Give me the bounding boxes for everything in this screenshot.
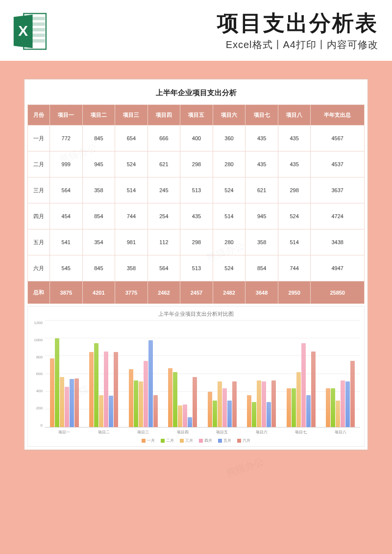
bar: [218, 381, 222, 427]
cell: 254: [147, 203, 180, 229]
bar: [173, 372, 177, 427]
row-label: 二月: [28, 151, 50, 177]
bar: [252, 402, 256, 427]
sheet-container: 上半年企业项目支出分析 月份项目一项目二项目三项目四项目五项目六项目七项目八半年…: [0, 61, 392, 451]
page-title: 项目支出分析表: [58, 11, 378, 35]
bar: [341, 380, 345, 427]
cell: 358: [82, 177, 115, 203]
cell: 564: [50, 177, 83, 203]
spreadsheet: 上半年企业项目支出分析 月份项目一项目二项目三项目四项目五项目六项目七项目八半年…: [24, 78, 368, 451]
sheet-title: 上半年企业项目支出分析: [27, 82, 365, 104]
legend-item: 六月: [237, 438, 250, 443]
column-header: 项目一: [50, 105, 83, 126]
y-axis: 020040060080010001200: [32, 321, 45, 428]
cell: 435: [245, 126, 278, 151]
cell: 666: [147, 126, 180, 151]
legend-label: 五月: [223, 438, 231, 443]
bar: [94, 343, 98, 427]
legend-item: 四月: [199, 438, 212, 443]
bar: [331, 388, 335, 427]
cell: 4724: [311, 203, 365, 229]
legend-swatch: [142, 439, 146, 443]
x-tick-label: 项目六: [242, 428, 282, 435]
cell: 845: [82, 255, 115, 281]
cell: 354: [82, 229, 115, 255]
cell: 945: [82, 151, 115, 177]
cell: 845: [82, 126, 115, 151]
cell: 981: [115, 229, 148, 255]
cell: 112: [147, 229, 180, 255]
column-header: 项目五: [180, 105, 213, 126]
bar: [139, 381, 143, 427]
cell: 4537: [311, 151, 365, 177]
cell: 280: [213, 229, 245, 255]
bar: [70, 379, 74, 427]
cell: 514: [213, 203, 245, 229]
bar: [134, 380, 138, 427]
cell: 524: [213, 255, 245, 281]
x-tick-label: 项目四: [163, 428, 203, 435]
legend-swatch: [161, 439, 165, 443]
cell: 744: [115, 203, 148, 229]
bar: [271, 380, 276, 427]
cell: 654: [115, 126, 148, 151]
table-row: 五月5413549811122982803585143438: [28, 229, 365, 255]
bar: [296, 372, 301, 427]
cell: 999: [50, 151, 83, 177]
column-header: 项目三: [115, 105, 148, 126]
cell: 545: [50, 255, 83, 281]
bar: [60, 377, 64, 427]
data-table: 月份项目一项目二项目三项目四项目五项目六项目七项目八半年支出总 一月772845…: [27, 104, 365, 304]
column-header: 项目二: [82, 105, 115, 126]
bar: [311, 352, 316, 427]
header-text: 项目支出分析表 Excel格式丨A4打印丨内容可修改: [58, 11, 378, 51]
watermark: 熊猫办公: [224, 454, 266, 480]
chart-legend: 一月二月三月四月五月六月: [32, 438, 360, 443]
legend-label: 三月: [185, 438, 193, 443]
column-header: 项目六: [213, 105, 245, 126]
chart-title: 上半年企业项目支出分析对比图: [32, 309, 360, 321]
legend-swatch: [180, 439, 184, 443]
cell: 4567: [311, 126, 365, 151]
cell: 524: [213, 177, 245, 203]
totals-cell: 3648: [245, 281, 278, 304]
column-header: 项目四: [147, 105, 180, 126]
totals-cell: 2462: [147, 281, 180, 304]
bar: [193, 377, 197, 427]
page-subtitle: Excel格式丨A4打印丨内容可修改: [58, 38, 378, 51]
bar: [208, 392, 212, 427]
cell: 435: [278, 126, 311, 151]
legend-label: 六月: [243, 438, 250, 443]
cell: 280: [213, 151, 245, 177]
table-row: 三月5643585142455135246212983637: [28, 177, 365, 203]
legend-label: 四月: [204, 438, 212, 443]
excel-icon: X: [12, 11, 49, 51]
bar: [262, 381, 266, 427]
cell: 435: [245, 151, 278, 177]
bar: [326, 388, 330, 427]
cell: 435: [180, 203, 213, 229]
bar: [227, 401, 232, 427]
row-label: 五月: [28, 229, 50, 255]
bar: [292, 388, 296, 427]
bar: [345, 381, 350, 427]
column-header: 项目八: [278, 105, 311, 126]
bar-group: [242, 321, 282, 427]
bar: [153, 395, 158, 427]
cell: 298: [180, 229, 213, 255]
bar: [350, 361, 355, 427]
cell: 514: [115, 177, 148, 203]
bar: [287, 388, 291, 427]
bar: [301, 343, 306, 427]
table-row: 四月4548547442544355149455244724: [28, 203, 365, 229]
bar: [55, 338, 59, 427]
totals-cell: 3775: [115, 281, 148, 304]
legend-label: 二月: [166, 438, 174, 443]
x-tick-label: 项目八: [321, 428, 361, 435]
cell: 513: [180, 177, 213, 203]
column-header: 半年支出总: [311, 105, 365, 126]
chart-plot: [45, 321, 360, 428]
cell: 298: [278, 177, 311, 203]
bar: [129, 369, 133, 427]
header-band: X 项目支出分析表 Excel格式丨A4打印丨内容可修改: [0, 0, 392, 61]
